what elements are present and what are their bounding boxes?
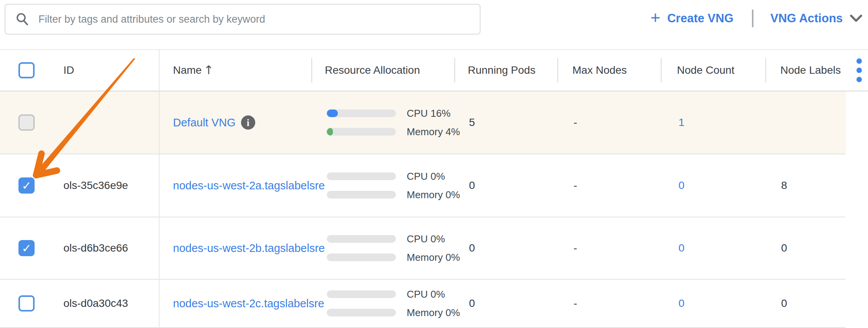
table-row: ols-d6b3ce66 nodes-us-west-2b.tagslabels… (0, 217, 846, 280)
column-header-node-count: Node Count (677, 64, 734, 76)
header-divider (661, 58, 662, 83)
toolbar-divider (752, 10, 753, 27)
memory-usage-label: Memory 0% (407, 189, 460, 201)
vng-name-link[interactable]: nodes-us-west-2c.tagslabelsre (173, 297, 324, 310)
vng-name-link[interactable]: nodes-us-west-2b.tagslabelsre (173, 242, 325, 255)
node-count-link[interactable]: 1 (678, 116, 685, 128)
vng-actions-button[interactable]: VNG Actions (770, 12, 863, 25)
memory-usage-label: Memory 0% (407, 252, 460, 263)
memory-usage-label: Memory 0% (407, 307, 460, 319)
header-divider (311, 58, 312, 83)
memory-usage-bar: Memory 4% (327, 126, 460, 138)
node-labels-value: 8 (781, 179, 787, 192)
row-checkbox[interactable] (18, 177, 35, 194)
resource-allocation: CPU 0% Memory 0% (327, 288, 460, 319)
header-divider (765, 58, 766, 83)
resource-allocation: CPU 0% Memory 0% (327, 233, 460, 263)
vng-id: ols-d0a30c43 (63, 297, 128, 310)
table-row: Default VNG i CPU 16% Memory 4% 5 - 1 (0, 91, 846, 154)
kebab-menu-icon[interactable] (855, 57, 863, 84)
cpu-usage-label: CPU 0% (407, 171, 445, 182)
memory-usage-label: Memory 4% (407, 126, 460, 138)
cpu-usage-label: CPU 0% (407, 233, 445, 245)
header-divider (557, 58, 558, 83)
max-nodes-value: - (574, 242, 577, 254)
running-pods-value: 0 (469, 297, 475, 310)
column-header-resource-allocation: Resource Allocation (325, 64, 420, 76)
running-pods-value: 5 (469, 116, 475, 129)
sort-ascending-icon: ↑ (204, 63, 214, 77)
max-nodes-value: - (574, 297, 577, 310)
table-row: ols-d0a30c43 nodes-us-west-2c.tagslabels… (0, 280, 846, 328)
vng-id: ols-d6b3ce66 (63, 242, 128, 254)
node-labels-value: 0 (781, 242, 787, 254)
create-vng-label: Create VNG (667, 12, 733, 25)
column-freeze-divider (159, 49, 160, 328)
vng-actions-label: VNG Actions (770, 12, 843, 25)
column-header-max-nodes: Max Nodes (572, 64, 627, 76)
vng-name-link[interactable]: Default VNG (173, 116, 236, 129)
node-count-link[interactable]: 0 (678, 297, 685, 309)
chevron-down-icon (850, 14, 863, 23)
create-vng-button[interactable]: + Create VNG (650, 10, 733, 27)
resource-allocation: CPU 16% Memory 4% (327, 107, 460, 138)
filter-search-box (5, 4, 481, 35)
vng-id: ols-35c36e9e (63, 179, 128, 192)
search-icon (15, 12, 29, 26)
resource-allocation: CPU 0% Memory 0% (327, 170, 460, 201)
cpu-usage-label: CPU 0% (407, 288, 445, 300)
search-input[interactable] (38, 13, 470, 26)
memory-usage-bar: Memory 0% (327, 251, 460, 263)
cpu-usage-bar: CPU 0% (327, 288, 460, 300)
select-all-checkbox[interactable] (18, 62, 35, 78)
memory-usage-bar: Memory 0% (327, 189, 460, 201)
node-count-link[interactable]: 0 (678, 242, 685, 254)
row-checkbox[interactable] (18, 295, 35, 311)
cpu-usage-bar: CPU 16% (327, 107, 460, 119)
node-labels-value: 0 (781, 297, 787, 310)
cpu-usage-bar: CPU 0% (327, 170, 460, 182)
table-header: ID Name ↑ Resource Allocation Running Po… (0, 49, 868, 91)
vng-name-link[interactable]: nodes-us-west-2a.tagslabelsre (173, 179, 325, 192)
cpu-usage-bar: CPU 0% (327, 233, 460, 245)
column-header-running-pods: Running Pods (468, 64, 535, 76)
max-nodes-value: - (574, 116, 577, 129)
table-row: ols-35c36e9e nodes-us-west-2a.tagslabels… (0, 154, 846, 217)
max-nodes-value: - (574, 179, 577, 192)
column-header-name[interactable]: Name (173, 64, 202, 76)
header-divider (454, 58, 455, 83)
plus-icon: + (650, 9, 660, 26)
info-icon[interactable]: i (241, 116, 255, 130)
node-count-link[interactable]: 0 (678, 179, 685, 191)
column-header-id: ID (63, 64, 74, 76)
running-pods-value: 0 (469, 242, 475, 254)
memory-usage-bar: Memory 0% (327, 306, 460, 319)
running-pods-value: 0 (469, 179, 475, 192)
cpu-usage-label: CPU 16% (407, 108, 451, 119)
column-header-node-labels: Node Labels (780, 64, 841, 76)
row-checkbox (18, 114, 35, 131)
row-checkbox[interactable] (18, 240, 35, 256)
vng-toolbar: + Create VNG VNG Actions (650, 0, 863, 37)
